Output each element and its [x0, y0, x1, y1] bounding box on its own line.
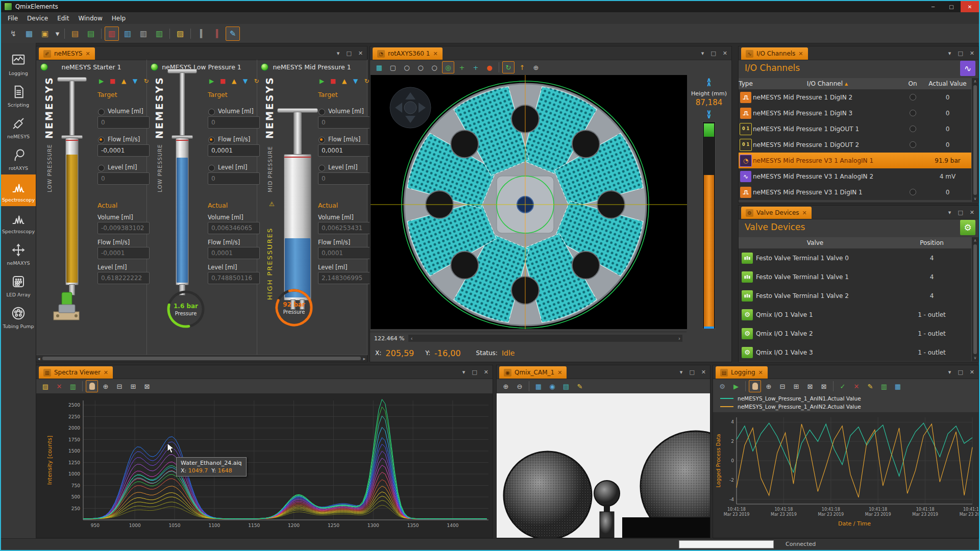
- empty-syringe-icon[interactable]: ▲: [119, 76, 129, 86]
- window-float-icon[interactable]: □: [958, 50, 963, 57]
- minimize-button[interactable]: ─: [924, 1, 942, 12]
- target-volume-radio[interactable]: [208, 109, 215, 115]
- menu-edit[interactable]: Edit: [53, 13, 74, 23]
- menu-window[interactable]: Window: [74, 13, 107, 23]
- log-blue-icon[interactable]: ▥: [120, 27, 135, 41]
- height-slider[interactable]: [702, 121, 716, 329]
- move-z-icon[interactable]: +: [470, 61, 482, 73]
- target-position-icon[interactable]: ◎: [442, 61, 454, 73]
- export-log-icon[interactable]: ▥: [878, 380, 890, 392]
- display-icon[interactable]: ▦: [532, 380, 545, 392]
- refill-syringe-icon[interactable]: ▼: [130, 76, 140, 86]
- tab-rotaxys360[interactable]: ◔ rotAXYS360 1 ✕: [373, 47, 443, 60]
- valve-row[interactable]: Festo Valve Terminal 1 Valve 2 4: [739, 286, 972, 306]
- io-channel-row[interactable]: ◔ neMESYS Mid Pressure V3 1 AnalogIN 1 9…: [739, 153, 972, 169]
- open-spectra-icon[interactable]: ▨: [39, 380, 52, 392]
- window-close-icon[interactable]: ✕: [701, 369, 706, 375]
- pan-tool-icon[interactable]: [86, 380, 98, 392]
- target-volume-radio[interactable]: [318, 109, 325, 115]
- io-channel-row[interactable]: neMESYS Mid Pressure 1 DigIN 2 0: [739, 89, 972, 106]
- log-settings-icon[interactable]: ⚙: [716, 380, 728, 392]
- new-project-icon[interactable]: ▦: [22, 27, 36, 41]
- window-menu-icon[interactable]: ▾: [337, 50, 340, 57]
- valve-col-valve[interactable]: Valve: [739, 237, 892, 249]
- sidebar-item-scripting[interactable]: Scripting: [1, 80, 36, 111]
- start-pump-icon[interactable]: ▶: [96, 76, 106, 86]
- window-menu-icon[interactable]: ▾: [462, 369, 465, 375]
- target-volume-input[interactable]: 0: [208, 116, 260, 129]
- scroll-left-icon[interactable]: ◂: [38, 356, 40, 361]
- target-volume-input[interactable]: 0: [318, 116, 370, 129]
- window-float-icon[interactable]: □: [472, 369, 477, 375]
- sidebar-item-nemesys[interactable]: neMESYS: [1, 111, 36, 143]
- zoom-tool-icon[interactable]: ⊕: [100, 380, 112, 392]
- zoom-out-icon[interactable]: ⊖: [513, 380, 526, 392]
- io-col-on[interactable]: On: [902, 78, 924, 90]
- start-pump-icon[interactable]: ▶: [317, 76, 327, 86]
- tab-close-icon[interactable]: ✕: [557, 369, 562, 376]
- io-channel-row[interactable]: 0 1 neMESYS Mid Pressure 1 DigOUT 2 0: [739, 137, 972, 153]
- valve-row[interactable]: Festo Valve Terminal 1 Valve 0 4: [739, 248, 972, 268]
- scroll-left-icon[interactable]: ‹: [410, 336, 412, 341]
- io-vertical-scrollbar[interactable]: ∧∨: [971, 78, 978, 202]
- target-flow-radio[interactable]: [98, 137, 105, 143]
- target-level-radio[interactable]: [318, 165, 325, 171]
- zoom-y-icon[interactable]: ⊞: [790, 380, 802, 392]
- view-mode-icon[interactable]: ▦: [373, 61, 385, 73]
- window-menu-icon[interactable]: ▾: [948, 209, 951, 216]
- folder-icon[interactable]: ▨: [173, 27, 187, 41]
- io-col-channel[interactable]: I/O Channel▲: [753, 78, 902, 90]
- io-channel-row[interactable]: 0 1 neMESYS Mid Pressure 1 DigOUT 1 0: [739, 121, 972, 137]
- sidebar-item-spectroscopy[interactable]: Spectroscopy: [1, 174, 36, 206]
- on-radio[interactable]: [910, 126, 916, 132]
- on-radio[interactable]: [910, 189, 916, 195]
- menu-device[interactable]: Device: [22, 13, 53, 23]
- window-menu-icon[interactable]: ▾: [701, 50, 704, 57]
- lift-top-icon[interactable]: ∧∧: [706, 78, 712, 86]
- zoom-view-icon[interactable]: ⊕: [530, 61, 542, 73]
- measure-icon[interactable]: ✎: [864, 380, 876, 392]
- target-level-radio[interactable]: [208, 165, 215, 171]
- zoom-y-icon[interactable]: ⊞: [127, 380, 139, 392]
- maximize-button[interactable]: □: [942, 1, 961, 12]
- valve-vertical-scrollbar[interactable]: ∧∨: [971, 237, 978, 361]
- annotate-icon[interactable]: ✎: [574, 380, 586, 392]
- window-menu-icon[interactable]: ▾: [948, 369, 951, 375]
- target-level-radio[interactable]: [98, 165, 105, 171]
- target-level-input[interactable]: 0: [97, 172, 150, 185]
- zoom-box-icon[interactable]: ⊠: [804, 380, 816, 392]
- menu-file[interactable]: File: [3, 13, 22, 23]
- window-float-icon[interactable]: □: [346, 50, 351, 57]
- scroll-right-icon[interactable]: ›: [678, 336, 680, 341]
- log-red-icon[interactable]: ▥: [105, 27, 119, 41]
- target-volume-radio[interactable]: [98, 109, 105, 115]
- open-image-icon[interactable]: ▣: [38, 27, 52, 41]
- zoom-in-icon[interactable]: ⊕: [500, 380, 512, 392]
- valve-col-position[interactable]: Position: [892, 237, 972, 249]
- tab-close-icon[interactable]: ✕: [802, 210, 807, 216]
- valve-row[interactable]: ⚙ Qmix I/O 1 Valve 3 1 - outlet: [739, 343, 972, 361]
- tab-io-channels[interactable]: ∿ I/O Channels ✕: [741, 47, 808, 60]
- snapshot-icon[interactable]: ◉: [546, 380, 558, 392]
- analog-channel-icon-button[interactable]: ∿: [960, 61, 975, 76]
- position-1-icon[interactable]: ○: [401, 61, 413, 73]
- test-tubes-red-icon[interactable]: ║: [210, 27, 224, 41]
- move-xy-icon[interactable]: +: [456, 61, 468, 73]
- valve-settings-icon-button[interactable]: ⚙: [960, 220, 975, 235]
- sidebar-item-tubing-pump[interactable]: Tubing Pump: [1, 301, 36, 333]
- tab-valve-devices[interactable]: ⚙ Valve Devices ✕: [741, 207, 812, 219]
- log-start-icon[interactable]: ▶: [730, 380, 742, 392]
- scroll-right-icon[interactable]: ▸: [363, 356, 365, 361]
- io-col-type[interactable]: Type: [739, 78, 753, 90]
- window-close-icon[interactable]: ✕: [484, 369, 488, 375]
- export-spectra-icon[interactable]: ▥: [67, 380, 79, 392]
- empty-syringe-icon[interactable]: ▲: [229, 76, 239, 86]
- target-flow-input[interactable]: 0,0001: [318, 144, 370, 157]
- record-icon[interactable]: ▤: [560, 380, 572, 392]
- menu-help[interactable]: Help: [107, 13, 130, 23]
- scrollbar-thumb[interactable]: [42, 357, 361, 360]
- sidebar-item-logging[interactable]: Logging: [1, 48, 36, 80]
- valve-row[interactable]: ⚙ Qmix I/O 1 Valve 2 1 - outlet: [739, 324, 972, 343]
- script-start-icon[interactable]: ▤: [68, 27, 82, 41]
- tab-close-icon[interactable]: ✕: [758, 369, 763, 376]
